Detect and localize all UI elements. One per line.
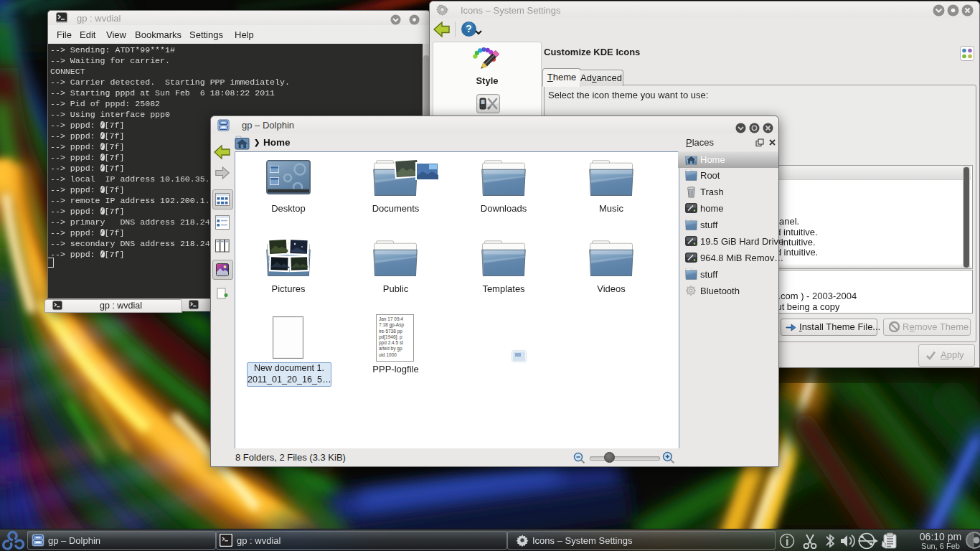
svg-text:?: ? <box>466 23 472 34</box>
